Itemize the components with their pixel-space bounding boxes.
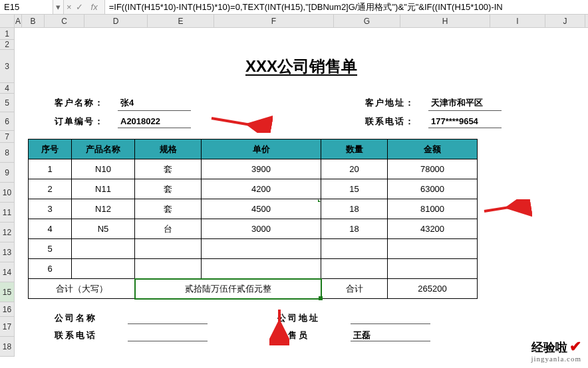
row-header-6[interactable]: 6 <box>0 112 15 131</box>
cell[interactable]: 套 <box>135 159 202 179</box>
col-header-C[interactable]: C <box>45 15 84 27</box>
company-name-field <box>128 312 208 324</box>
cell[interactable]: 4500 <box>202 199 321 219</box>
cell[interactable] <box>202 239 321 259</box>
company-name-label: 公司名称 <box>55 312 128 324</box>
cell[interactable]: 18 <box>321 219 388 239</box>
sales-rep-field: 王磊 <box>351 329 430 341</box>
cell[interactable]: 1 <box>29 159 72 179</box>
row-header-12[interactable]: 12 <box>0 223 15 242</box>
cell[interactable] <box>321 259 388 279</box>
cell[interactable] <box>202 259 321 279</box>
th-product: 产品名称 <box>72 139 135 159</box>
cell[interactable] <box>135 239 202 259</box>
cell[interactable]: 4 <box>29 219 72 239</box>
th-index: 序号 <box>29 139 72 159</box>
cancel-icon[interactable]: × <box>67 2 72 12</box>
total-chinese[interactable]: 贰拾陆万伍仟贰佰元整 <box>135 279 321 299</box>
th-spec: 规格 <box>135 139 202 159</box>
total-value: 265200 <box>388 279 478 299</box>
cell[interactable]: N11 <box>72 179 135 199</box>
col-header-F[interactable]: F <box>214 15 334 27</box>
cell[interactable]: 3900 <box>202 159 321 179</box>
th-price: 单价 <box>202 139 321 159</box>
table-row: 4N5台30001843200 <box>29 219 478 239</box>
cell[interactable]: N12 <box>72 199 135 219</box>
cell[interactable] <box>72 239 135 259</box>
table-row: 2N11套42001563000 <box>29 179 478 199</box>
row-header-11[interactable]: 11 <box>0 203 15 223</box>
order-no-value: A2018022 <box>118 115 191 128</box>
confirm-icon[interactable]: ✓ <box>76 2 83 12</box>
cell[interactable]: 15 <box>321 179 388 199</box>
cell[interactable]: 3 <box>29 199 72 219</box>
row-headers: 123456789101112131415161718 <box>0 28 15 357</box>
cell[interactable] <box>321 239 388 259</box>
col-header-J[interactable]: J <box>545 15 585 27</box>
cell[interactable]: 3000 <box>202 219 321 239</box>
col-header-H[interactable]: H <box>400 15 490 27</box>
row-header-3[interactable]: 3 <box>0 50 15 83</box>
th-amount: 金额 <box>388 139 478 159</box>
row-header-8[interactable]: 8 <box>0 143 15 163</box>
row-header-13[interactable]: 13 <box>0 242 15 262</box>
fx-icon[interactable]: fx <box>87 2 102 12</box>
row-header-9[interactable]: 9 <box>0 163 15 183</box>
cell[interactable]: 18 <box>321 199 388 219</box>
cell[interactable]: 套 <box>135 199 202 219</box>
cell[interactable]: 78000 <box>388 159 478 179</box>
total-cn-label: 合计（大写） <box>29 279 135 299</box>
spreadsheet-grid: ABCDEFGHIJ 123456789101112131415161718 X… <box>0 15 588 28</box>
cell[interactable]: 5 <box>29 239 72 259</box>
order-no-label: 订单编号： <box>55 116 118 128</box>
cell[interactable]: N10 <box>72 159 135 179</box>
cell[interactable] <box>135 259 202 279</box>
col-header-D[interactable]: D <box>84 15 148 27</box>
row-header-14[interactable]: 14 <box>0 262 15 282</box>
select-all-corner[interactable] <box>0 15 15 28</box>
row-header-17[interactable]: 17 <box>0 317 15 337</box>
col-header-A[interactable]: A <box>15 15 22 27</box>
cell[interactable]: 套 <box>135 179 202 199</box>
customer-addr-value: 天津市和平区 <box>428 96 502 111</box>
col-header-B[interactable]: B <box>22 15 45 27</box>
company-addr-field <box>351 312 430 324</box>
table-row: 1N10套39002078000 <box>29 159 478 179</box>
cell[interactable] <box>388 239 478 259</box>
row-header-4[interactable]: 4 <box>0 83 15 94</box>
phone-label: 联系电话： <box>365 116 428 128</box>
row-header-7[interactable]: 7 <box>0 131 15 143</box>
cell[interactable] <box>72 259 135 279</box>
name-box[interactable]: E15 <box>0 0 53 14</box>
info-row-2: 订单编号： A2018022 联系电话： 177****9654 <box>15 112 588 131</box>
row-header-10[interactable]: 10 <box>0 183 15 203</box>
row-header-1[interactable]: 1 <box>0 28 15 40</box>
name-box-dropdown[interactable]: ▾ <box>53 0 64 14</box>
cell[interactable] <box>388 259 478 279</box>
sales-table: 序号 产品名称 规格 单价 数量 金额 1N10套390020780002N11… <box>28 139 478 299</box>
table-header-row: 序号 产品名称 规格 单价 数量 金额 <box>29 139 478 159</box>
col-header-G[interactable]: G <box>334 15 400 27</box>
cell[interactable]: 63000 <box>388 179 478 199</box>
sheet-content: XXX公司销售单 客户名称： 张4 客户地址： 天津市和平区 订单编号： A2 <box>15 28 588 344</box>
row-header-2[interactable]: 2 <box>0 40 15 50</box>
row-header-15[interactable]: 15 <box>0 282 15 302</box>
row-header-5[interactable]: 5 <box>0 94 15 112</box>
cell[interactable]: N5 <box>72 219 135 239</box>
cell[interactable]: 43200 <box>388 219 478 239</box>
col-header-I[interactable]: I <box>490 15 545 27</box>
customer-addr-label: 客户地址： <box>365 97 428 109</box>
cell[interactable]: 81000 <box>388 199 478 219</box>
cell[interactable]: 4200 <box>202 179 321 199</box>
formula-input[interactable]: =IF((INT(H15*10)-INT(H15)*10)=0,TEXT(INT… <box>105 0 588 14</box>
cell[interactable]: 台 <box>135 219 202 239</box>
fill-handle[interactable] <box>319 296 323 300</box>
row-header-18[interactable]: 18 <box>0 337 15 357</box>
cell[interactable]: 6 <box>29 259 72 279</box>
cell[interactable]: 2 <box>29 179 72 199</box>
footer-info: 公司名称 公司地址 联系电话 销售员 王磊 <box>55 310 588 344</box>
col-header-E[interactable]: E <box>148 15 214 27</box>
customer-name-label: 客户名称： <box>55 97 118 109</box>
cell[interactable]: 20 <box>321 159 388 179</box>
row-header-16[interactable]: 16 <box>0 302 15 317</box>
